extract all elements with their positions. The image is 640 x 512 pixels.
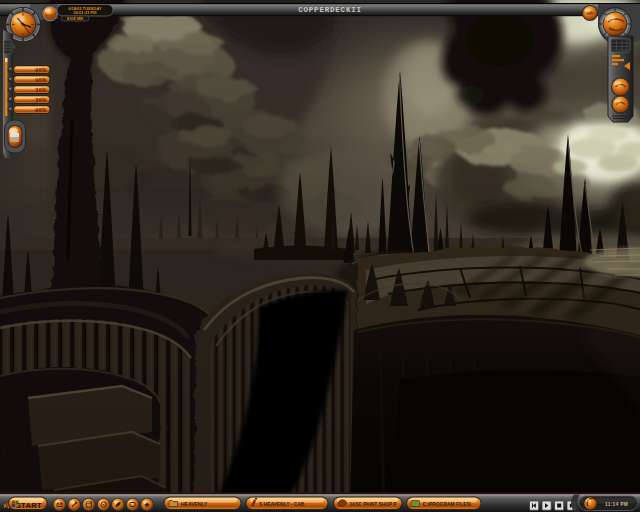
svg-text:36%: 36% [35,97,46,103]
svg-text:JASC PAINT SHOP P: JASC PAINT SHOP P [349,502,397,507]
svg-text:96%: 96% [35,107,46,113]
svg-text:C:\PROGRAM FILES\: C:\PROGRAM FILES\ [423,502,472,507]
svg-text:96%: 96% [35,67,46,73]
svg-text:96%: 96% [35,77,46,83]
svg-text:HEAVENLY: HEAVENLY [181,501,208,507]
svg-text:11:14 PM: 11:14 PM [605,502,628,507]
svg-text:00:01:33 PM: 00:01:33 PM [73,10,97,15]
svg-text:S HEAVENLY - CAB: S HEAVENLY - CAB [259,502,305,507]
svg-text:8108 MB: 8108 MB [67,16,83,21]
svg-text:36%: 36% [35,87,46,93]
svg-text:COPPERDECKII: COPPERDECKII [298,6,362,14]
svg-text:START: START [16,501,42,510]
